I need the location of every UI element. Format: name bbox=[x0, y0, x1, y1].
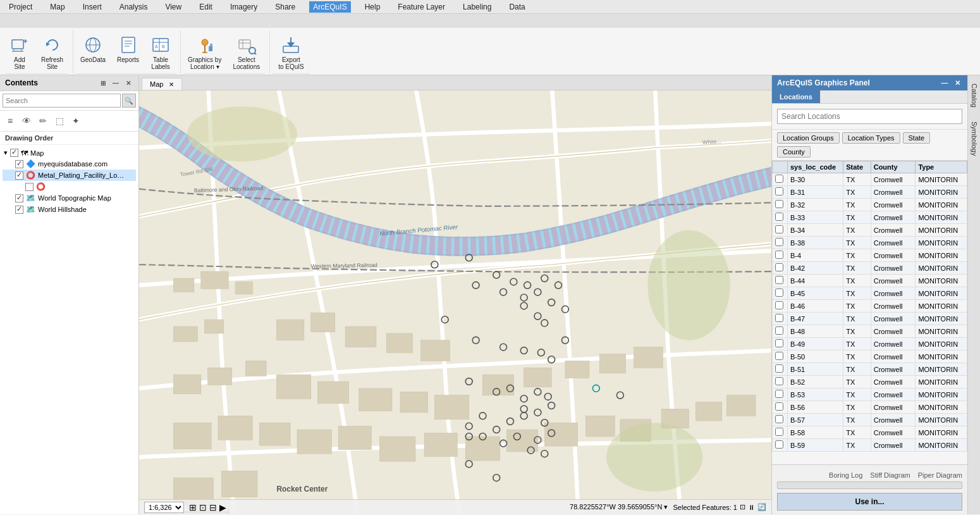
menu-help[interactable]: Help bbox=[361, 1, 384, 13]
row-checkbox[interactable] bbox=[775, 339, 783, 347]
panel-minimize-button[interactable]: — bbox=[940, 78, 950, 88]
boring-log-link[interactable]: Boring Log bbox=[829, 471, 862, 479]
col-header-type[interactable]: Type bbox=[916, 161, 967, 173]
piper-diagram-link[interactable]: Piper Diagram bbox=[918, 471, 962, 479]
row-checkbox[interactable] bbox=[775, 364, 783, 373]
layer-item-world-hillshade[interactable]: 🗺️ World Hillshade bbox=[3, 204, 136, 215]
row-checkbox[interactable] bbox=[775, 440, 783, 449]
table-row[interactable]: B-44 TX Cromwell MONITORIN bbox=[773, 275, 967, 287]
table-row[interactable]: B-4 TX Cromwell MONITORIN bbox=[773, 249, 967, 262]
add-site-button[interactable]: AddSite bbox=[5, 33, 34, 72]
menu-labeling[interactable]: Labeling bbox=[459, 1, 495, 13]
graphics-by-location-button[interactable]: Graphics byLocation ▾ bbox=[183, 33, 226, 72]
menu-analysis[interactable]: Analysis bbox=[116, 1, 152, 13]
contents-minimize-button[interactable]: — bbox=[111, 78, 121, 88]
panel-close-button[interactable]: ✕ bbox=[952, 78, 962, 88]
table-row[interactable]: B-53 TX Cromwell MONITORIN bbox=[773, 388, 967, 401]
row-checkbox[interactable] bbox=[775, 289, 783, 297]
location-types-filter-button[interactable]: Location Types bbox=[842, 132, 900, 144]
table-row[interactable]: B-45 TX Cromwell MONITORIN bbox=[773, 287, 967, 300]
contents-close-button[interactable]: ✕ bbox=[123, 78, 133, 88]
table-row[interactable]: B-57 TX Cromwell MONITORIN bbox=[773, 414, 967, 426]
geodata-button[interactable]: GeoData bbox=[76, 33, 110, 65]
table-row[interactable]: B-58 TX Cromwell MONITORIN bbox=[773, 426, 967, 439]
nav-tool-3[interactable]: ⊟ bbox=[209, 502, 217, 512]
table-row[interactable]: B-50 TX Cromwell MONITORIN bbox=[773, 351, 967, 363]
table-row[interactable]: B-33 TX Cromwell MONITORIN bbox=[773, 211, 967, 224]
row-checkbox[interactable] bbox=[775, 263, 783, 271]
reports-button[interactable]: Reports bbox=[113, 33, 144, 65]
stiff-diagram-link[interactable]: Stiff Diagram bbox=[870, 471, 910, 479]
row-checkbox[interactable] bbox=[775, 187, 783, 195]
layer-group-map-header[interactable]: ▾ 🗺 Map bbox=[3, 147, 136, 158]
menu-insert[interactable]: Insert bbox=[79, 1, 106, 13]
locations-tab[interactable]: Locations bbox=[772, 90, 821, 103]
row-checkbox[interactable] bbox=[775, 377, 783, 385]
table-row[interactable]: B-56 TX Cromwell MONITORIN bbox=[773, 401, 967, 414]
visibility-button[interactable]: 👁 bbox=[19, 113, 34, 128]
menu-imagery[interactable]: Imagery bbox=[226, 1, 261, 13]
table-row[interactable]: B-49 TX Cromwell MONITORIN bbox=[773, 338, 967, 351]
table-row[interactable]: B-51 TX Cromwell MONITORIN bbox=[773, 363, 967, 376]
table-row[interactable]: B-31 TX Cromwell MONITORIN bbox=[773, 186, 967, 199]
row-checkbox[interactable] bbox=[775, 301, 783, 309]
list-view-button[interactable]: ≡ bbox=[3, 113, 18, 128]
contents-search-button[interactable]: 🔍 bbox=[122, 94, 136, 108]
row-checkbox[interactable] bbox=[775, 390, 783, 398]
row-checkbox[interactable] bbox=[775, 200, 783, 208]
refresh-site-button[interactable]: RefreshSite bbox=[37, 33, 68, 72]
col-header-county[interactable]: County bbox=[871, 161, 916, 173]
layer-item-empty[interactable]: ⭕ bbox=[3, 181, 136, 192]
county-filter-button[interactable]: County bbox=[777, 146, 811, 158]
col-header-state[interactable]: State bbox=[843, 161, 871, 173]
myequis-checkbox[interactable] bbox=[15, 160, 23, 168]
map-group-checkbox[interactable] bbox=[10, 149, 18, 157]
row-checkbox[interactable] bbox=[775, 175, 783, 183]
layer-item-myequis[interactable]: 🔷 myequisdatabase.com bbox=[3, 158, 136, 170]
metal-plating-checkbox[interactable] bbox=[15, 171, 23, 180]
menu-share[interactable]: Share bbox=[271, 1, 299, 13]
scale-selector[interactable]: 1:6,326 bbox=[144, 502, 184, 513]
options-button[interactable]: ✦ bbox=[68, 113, 83, 128]
locations-table-container[interactable]: sys_loc_code State County Type B-30 TX C… bbox=[772, 161, 967, 464]
table-row[interactable]: B-52 TX Cromwell MONITORIN bbox=[773, 376, 967, 388]
menu-view[interactable]: View bbox=[161, 1, 185, 13]
menu-project[interactable]: Project bbox=[5, 1, 36, 13]
row-checkbox[interactable] bbox=[775, 415, 783, 423]
table-row[interactable]: B-32 TX Cromwell MONITORIN bbox=[773, 199, 967, 211]
nav-tool-1[interactable]: ⊞ bbox=[189, 502, 197, 512]
map-tab[interactable]: Map ✕ bbox=[142, 78, 182, 90]
col-header-code[interactable]: sys_loc_code bbox=[787, 161, 843, 173]
row-checkbox[interactable] bbox=[775, 314, 783, 322]
row-checkbox[interactable] bbox=[775, 352, 783, 360]
contents-pin-button[interactable]: ⊞ bbox=[98, 78, 108, 88]
location-groups-filter-button[interactable]: Location Groups bbox=[777, 132, 840, 144]
export-to-equis-button[interactable]: Exportto EQuIS bbox=[274, 33, 309, 72]
table-row[interactable]: B-42 TX Cromwell MONITORIN bbox=[773, 262, 967, 275]
table-row[interactable]: B-34 TX Cromwell MONITORIN bbox=[773, 224, 967, 237]
nav-tool-4[interactable]: ▶ bbox=[219, 502, 226, 512]
use-in-button[interactable]: Use in... bbox=[777, 493, 962, 511]
empty-checkbox[interactable] bbox=[25, 183, 34, 191]
table-labels-button[interactable]: AB TableLabels bbox=[146, 33, 175, 72]
row-checkbox[interactable] bbox=[775, 326, 783, 335]
horizontal-scrollbar[interactable] bbox=[777, 481, 962, 489]
table-row[interactable]: B-48 TX Cromwell MONITORIN bbox=[773, 325, 967, 338]
menu-data[interactable]: Data bbox=[505, 1, 529, 13]
map-tab-close-button[interactable]: ✕ bbox=[169, 81, 174, 88]
row-checkbox[interactable] bbox=[775, 428, 783, 436]
map-area[interactable]: Map ✕ bbox=[139, 75, 771, 514]
layer-item-world-topo[interactable]: 🗺️ World Topographic Map bbox=[3, 192, 136, 204]
row-checkbox[interactable] bbox=[775, 238, 783, 246]
status-icon-3[interactable]: 🔄 bbox=[757, 503, 766, 511]
menu-arcequis[interactable]: ArcEQuIS bbox=[309, 1, 350, 13]
symbology-label[interactable]: Symbology bbox=[969, 116, 980, 161]
select-locations-button[interactable]: SelectLocations bbox=[228, 33, 264, 72]
map-canvas[interactable]: North Branch Potomac River Baltimore and… bbox=[139, 90, 771, 514]
world-topo-checkbox[interactable] bbox=[15, 194, 23, 202]
table-row[interactable]: B-47 TX Cromwell MONITORIN bbox=[773, 313, 967, 325]
row-checkbox[interactable] bbox=[775, 402, 783, 411]
table-row[interactable]: B-59 TX Cromwell MONITORIN bbox=[773, 439, 967, 452]
layer-item-metal-plating[interactable]: ⭕ Metal_Plating_Facility_Locations_20240… bbox=[3, 170, 136, 181]
sketch-tool-button[interactable]: ✏ bbox=[35, 113, 51, 128]
